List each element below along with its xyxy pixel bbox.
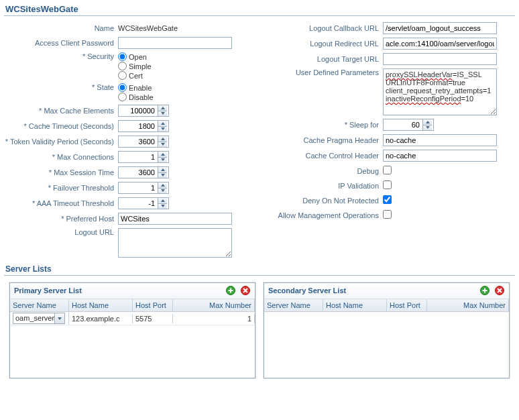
spin-up-icon[interactable] [423, 119, 432, 125]
server-lists-area: Primary Server List Server Name Host Nam… [0, 278, 519, 388]
spin-down-icon[interactable] [158, 188, 167, 194]
token-validity-spinner[interactable] [118, 136, 169, 148]
state-radio-group: Enable Disable [118, 81, 257, 101]
security-open[interactable]: Open [118, 52, 257, 61]
cache-control-label: Cache Control Header [262, 150, 383, 160]
logout-cb-label: Logout Callback URL [262, 22, 383, 32]
cell-host-name: 123.example.c [69, 314, 133, 323]
spin-up-icon[interactable] [158, 105, 167, 111]
secondary-grid-header: Server Name Host Name Host Port Max Numb… [264, 299, 509, 312]
server-name-combo[interactable]: oam_server [13, 313, 65, 324]
add-icon[interactable] [225, 285, 236, 296]
logout-cb-input[interactable] [383, 22, 497, 34]
max-cache-spinner[interactable] [118, 105, 169, 117]
col-host-name[interactable]: Host Name [69, 299, 133, 311]
state-enable[interactable]: Enable [118, 83, 257, 92]
cache-timeout-spinner[interactable] [118, 120, 169, 132]
acp-label: Access Client Password [4, 37, 118, 47]
token-validity-input[interactable] [119, 136, 158, 147]
allow-mgmt-label: Allow Management Operations [262, 209, 383, 219]
spin-down-icon[interactable] [158, 142, 167, 148]
token-validity-label: * Token Validity Period (Seconds) [4, 136, 118, 146]
col-host-name[interactable]: Host Name [323, 299, 387, 311]
security-label: * Security [4, 50, 118, 60]
spin-up-icon[interactable] [158, 152, 167, 157]
spin-up-icon[interactable] [158, 167, 167, 172]
col-host-port[interactable]: Host Port [387, 299, 427, 311]
deny-checkbox[interactable] [383, 195, 392, 204]
add-icon[interactable] [479, 285, 490, 296]
sleep-input[interactable] [384, 119, 422, 130]
pref-host-label: * Preferred Host [4, 213, 118, 223]
secondary-grid-body [264, 312, 509, 378]
spin-up-icon[interactable] [158, 198, 167, 203]
max-conn-label: * Max Connections [4, 151, 118, 161]
logout-url-label: Logout URL [4, 226, 118, 236]
ipval-label: IP Validation [262, 180, 383, 190]
aaa-label: * AAA Timeout Threshold [4, 197, 118, 207]
debug-checkbox[interactable] [383, 166, 392, 174]
spin-up-icon[interactable] [158, 121, 167, 126]
max-conn-spinner[interactable] [118, 151, 169, 163]
table-row[interactable]: oam_server 123.example.c 5575 1 [10, 312, 255, 325]
udp-textarea[interactable]: proxySSLHeaderVar=IS_SSL URLInUTF8Format… [383, 68, 497, 115]
cell-max-number: 1 [173, 314, 255, 323]
max-conn-input[interactable] [119, 152, 158, 162]
chevron-down-icon[interactable] [54, 313, 64, 323]
col-server-name[interactable]: Server Name [10, 299, 69, 311]
col-server-name[interactable]: Server Name [264, 299, 323, 311]
aaa-input[interactable] [119, 198, 158, 209]
failover-spinner[interactable] [118, 182, 169, 194]
failover-label: * Failover Threshold [4, 182, 118, 192]
cache-control-input[interactable] [383, 150, 497, 162]
logout-redir-input[interactable] [383, 38, 497, 50]
cache-timeout-input[interactable] [119, 121, 158, 132]
max-session-input[interactable] [119, 167, 158, 178]
divider [4, 15, 515, 16]
max-session-spinner[interactable] [118, 166, 169, 178]
page-title: WCSitesWebGate [0, 0, 519, 15]
primary-title: Primary Server List [14, 286, 82, 295]
col-max-number[interactable]: Max Number [173, 299, 255, 311]
max-cache-input[interactable] [119, 105, 158, 116]
form-area: Name WCSitesWebGate Access Client Passwo… [0, 19, 519, 260]
logout-target-label: Logout Target URL [262, 53, 383, 63]
logout-target-input[interactable] [383, 53, 497, 65]
spin-down-icon[interactable] [423, 125, 432, 131]
failover-input[interactable] [119, 182, 158, 193]
spin-down-icon[interactable] [158, 172, 167, 178]
ipval-checkbox[interactable] [383, 180, 392, 189]
spin-up-icon[interactable] [158, 136, 167, 142]
pref-host-input[interactable] [118, 213, 232, 225]
max-cache-label: * Max Cache Elements [4, 105, 118, 115]
spin-up-icon[interactable] [158, 182, 167, 188]
max-session-label: * Max Session Time [4, 166, 118, 176]
security-simple[interactable]: Simple [118, 62, 257, 70]
aaa-spinner[interactable] [118, 197, 169, 209]
delete-icon[interactable] [494, 285, 505, 296]
logout-redir-label: Logout Redirect URL [262, 38, 383, 48]
name-label: Name [4, 22, 118, 32]
security-radio-group: Open Simple Cert [118, 50, 257, 80]
sleep-spinner[interactable] [383, 119, 434, 131]
state-disable[interactable]: Disable [118, 93, 257, 101]
col-max-number[interactable]: Max Number [427, 299, 509, 311]
security-cert[interactable]: Cert [118, 71, 257, 80]
spin-down-icon[interactable] [158, 111, 167, 117]
cache-pragma-input[interactable] [383, 134, 497, 146]
spin-down-icon[interactable] [158, 203, 167, 209]
allow-mgmt-checkbox[interactable] [383, 210, 392, 219]
cell-host-port: 5575 [133, 314, 173, 323]
primary-grid-header: Server Name Host Name Host Port Max Numb… [10, 299, 255, 312]
right-column: Logout Callback URL Logout Redirect URL … [262, 19, 515, 260]
svg-rect-6 [483, 290, 487, 291]
spin-down-icon[interactable] [158, 157, 167, 163]
col-host-port[interactable]: Host Port [133, 299, 173, 311]
divider [4, 275, 515, 276]
state-label: * State [4, 81, 118, 91]
acp-input[interactable] [118, 37, 232, 49]
delete-icon[interactable] [240, 285, 251, 296]
logout-url-textarea[interactable] [118, 228, 232, 258]
spin-down-icon[interactable] [158, 126, 167, 132]
deny-label: Deny On Not Protected [262, 195, 383, 205]
